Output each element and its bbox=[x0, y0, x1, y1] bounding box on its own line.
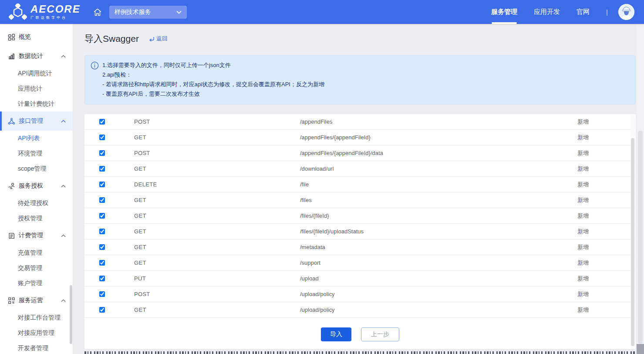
sidebar-item[interactable]: 交易管理 bbox=[0, 260, 73, 276]
row-status: 新增 bbox=[561, 290, 605, 298]
import-button[interactable]: 导入 bbox=[321, 327, 351, 341]
row-path: /upload/policy bbox=[300, 307, 561, 313]
sidebar-item[interactable]: API调用统计 bbox=[0, 66, 73, 81]
row-checkbox[interactable] bbox=[99, 260, 105, 266]
row-method: GET bbox=[119, 307, 300, 313]
row-checkbox[interactable] bbox=[99, 291, 105, 297]
home-icon[interactable] bbox=[93, 7, 102, 17]
table-row: PUT /upload 新增 bbox=[84, 271, 636, 287]
table-row: POST /appendFiles 新增 bbox=[84, 114, 636, 130]
sidebar-item[interactable]: scope管理 bbox=[0, 161, 73, 176]
row-checkbox[interactable] bbox=[99, 182, 105, 187]
back-link-label: 返回 bbox=[156, 35, 168, 43]
row-status: 新增 bbox=[561, 118, 605, 126]
operations-icon bbox=[8, 297, 15, 304]
notice-line: 2.api预检： bbox=[102, 70, 627, 80]
row-status: 新增 bbox=[561, 259, 605, 267]
service-selector[interactable]: 样例技术服务 bbox=[109, 6, 187, 19]
chevron-up-icon bbox=[61, 185, 66, 188]
row-status: 新增 bbox=[561, 243, 605, 251]
sidebar-group[interactable]: 概览 bbox=[0, 27, 73, 47]
row-path: /file bbox=[300, 181, 561, 188]
page-scrollbar-corner bbox=[637, 344, 644, 354]
chevron-up-icon bbox=[61, 299, 66, 302]
table-scrollbar-track[interactable] bbox=[631, 115, 635, 348]
row-path: /files/{fileId}/uploadStatus bbox=[300, 228, 561, 235]
user-avatar[interactable] bbox=[618, 4, 634, 20]
row-path: /appendFiles bbox=[300, 118, 561, 125]
notice-line: 1.选择需要导入的文件，同时仅可上传一个json文件 bbox=[102, 61, 627, 70]
row-path: /metadata bbox=[300, 244, 561, 250]
row-checkbox[interactable] bbox=[99, 276, 105, 281]
nav-item[interactable]: 服务管理 bbox=[491, 0, 517, 24]
chevron-up-icon bbox=[61, 55, 66, 58]
table-scrollbar-thumb[interactable] bbox=[631, 138, 634, 346]
notice-line: - 若请求路径和http请求相同时，对应api状态为修改，提交后会覆盖原有API… bbox=[102, 80, 627, 89]
table-row: DELETE /file 新增 bbox=[84, 177, 636, 192]
table-row: GET /metadata 新增 bbox=[84, 239, 636, 255]
sidebar-item[interactable]: 开发者管理 bbox=[0, 341, 73, 354]
sidebar-group[interactable]: 服务授权 bbox=[0, 176, 73, 196]
sidebar-group-label: 服务运营 bbox=[19, 297, 43, 304]
app-logo: AECORE 广联达数字中台 bbox=[9, 3, 81, 21]
sidebar-item[interactable]: 环境管理 bbox=[0, 146, 73, 161]
row-checkbox[interactable] bbox=[99, 307, 105, 313]
row-method: POST bbox=[119, 150, 300, 156]
overview-icon bbox=[8, 34, 15, 41]
row-checkbox[interactable] bbox=[99, 244, 105, 250]
sidebar-scrollbar[interactable] bbox=[70, 285, 72, 344]
sidebar-item[interactable]: 待处理授权 bbox=[0, 196, 73, 211]
table-row: GET /download/url 新增 bbox=[84, 161, 636, 177]
table-row: GET /appendFiles/{appendFileId} 新增 bbox=[84, 130, 636, 145]
sidebar-item[interactable]: 计量计费统计 bbox=[0, 96, 73, 111]
table-row: POST /appendFiles/{appendFileId}/data 新增 bbox=[84, 145, 636, 161]
row-status: 新增 bbox=[561, 212, 605, 220]
sidebar-item[interactable]: API列表 bbox=[0, 131, 73, 146]
sidebar-item[interactable]: 应用统计 bbox=[0, 81, 73, 96]
api-table-card: POST /appendFiles 新增 GET /appendFiles/{a… bbox=[84, 114, 636, 349]
row-path: /files/{fileId} bbox=[300, 212, 561, 219]
sidebar-item[interactable]: 账户管理 bbox=[0, 276, 73, 291]
sidebar-group[interactable]: 接口管理 bbox=[0, 111, 73, 131]
row-checkbox[interactable] bbox=[99, 213, 105, 219]
page-scrollbar-thumb[interactable] bbox=[638, 131, 643, 344]
sidebar-group[interactable]: 数据统计 bbox=[0, 47, 73, 66]
row-checkbox[interactable] bbox=[99, 229, 105, 234]
row-path: /upload/policy bbox=[300, 291, 561, 297]
nav-item[interactable]: 应用开发 bbox=[534, 0, 560, 24]
nav-item[interactable]: 官网 bbox=[577, 0, 590, 24]
previous-step-button[interactable]: 上一步 bbox=[361, 327, 399, 341]
row-checkbox[interactable] bbox=[99, 119, 105, 125]
row-checkbox[interactable] bbox=[99, 197, 105, 203]
row-checkbox[interactable] bbox=[99, 150, 105, 156]
row-status: 新增 bbox=[561, 165, 605, 173]
sidebar-group[interactable]: 计费管理 bbox=[0, 226, 73, 245]
row-method: GET bbox=[119, 260, 300, 266]
sidebar-group-label: 计费管理 bbox=[19, 232, 43, 239]
info-icon bbox=[91, 61, 99, 70]
row-method: GET bbox=[119, 244, 300, 250]
sidebar-group[interactable]: 服务运营 bbox=[0, 291, 73, 310]
sidebar-item[interactable]: 对接工作台管理 bbox=[0, 310, 73, 325]
row-path: /download/url bbox=[300, 165, 561, 172]
chevron-down-icon bbox=[176, 10, 182, 14]
sidebar-item[interactable]: 授权管理 bbox=[0, 211, 73, 226]
row-checkbox[interactable] bbox=[99, 135, 105, 140]
row-checkbox[interactable] bbox=[99, 166, 105, 172]
table-row: GET /upload/policy 新增 bbox=[84, 302, 636, 318]
row-method: GET bbox=[119, 165, 300, 172]
row-path: /support bbox=[300, 260, 561, 266]
row-method: PUT bbox=[119, 275, 300, 282]
sidebar-group-label: 接口管理 bbox=[19, 117, 43, 125]
chevron-up-icon bbox=[61, 120, 66, 123]
back-link[interactable]: 返回 bbox=[148, 35, 168, 43]
page-scrollbar-track[interactable] bbox=[637, 24, 644, 354]
data-stats-icon bbox=[8, 53, 15, 60]
table-row: POST /upload/policy 新增 bbox=[84, 287, 636, 302]
return-arrow-icon bbox=[148, 36, 155, 42]
app-header: AECORE 广联达数字中台 样例技术服务 服务管理应用开发官网 | bbox=[0, 0, 644, 24]
row-method: POST bbox=[119, 291, 300, 297]
sidebar-item[interactable]: 充值管理 bbox=[0, 245, 73, 260]
sidebar-item[interactable]: 对接应用管理 bbox=[0, 325, 73, 341]
row-method: DELETE bbox=[119, 181, 300, 188]
